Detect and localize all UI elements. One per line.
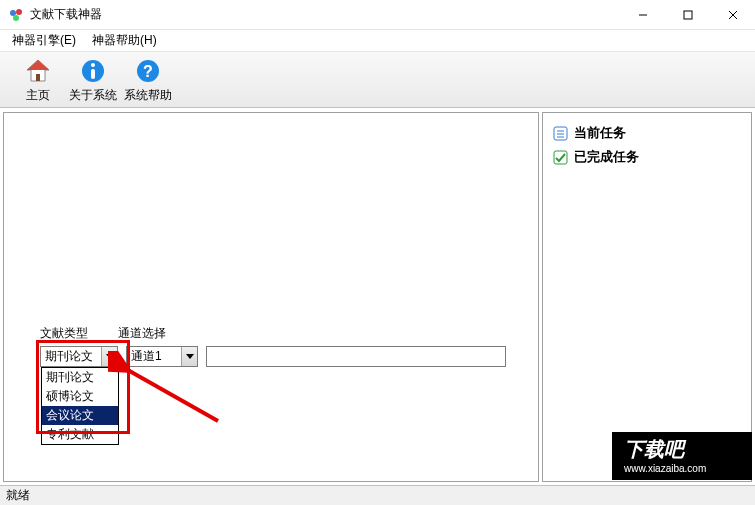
chevron-down-icon [181, 347, 197, 366]
search-input[interactable] [206, 346, 506, 367]
minimize-button[interactable] [620, 0, 665, 30]
type-option[interactable]: 期刊论文 [42, 368, 118, 387]
watermark-line1: 下载吧 [624, 438, 687, 460]
channel-selected: 通道1 [127, 348, 181, 365]
svg-marker-8 [27, 60, 49, 70]
side-pane: 当前任务 已完成任务 [542, 112, 752, 482]
client-area: 文献类型 通道选择 期刊论文 期刊论文 硕博论文 会议论文 专利文献 [0, 108, 755, 485]
info-icon [79, 57, 107, 85]
toolbar: 主页 关于系统 ? 系统帮助 [0, 52, 755, 108]
completed-tasks-label: 已完成任务 [574, 148, 639, 166]
syshelp-button[interactable]: ? 系统帮助 [120, 54, 175, 107]
channel-label: 通道选择 [118, 325, 166, 342]
svg-marker-15 [106, 354, 114, 359]
svg-rect-4 [684, 11, 692, 19]
svg-point-11 [91, 63, 95, 67]
chevron-down-icon [101, 347, 117, 366]
menubar: 神器引擎(E) 神器帮助(H) [0, 30, 755, 52]
list-icon [553, 126, 568, 141]
svg-rect-9 [36, 74, 40, 81]
home-icon [24, 57, 52, 85]
help-icon: ? [134, 57, 162, 85]
form-area: 文献类型 通道选择 期刊论文 期刊论文 硕博论文 会议论文 专利文献 [40, 325, 506, 367]
about-label: 关于系统 [69, 87, 117, 104]
type-selected: 期刊论文 [41, 348, 101, 365]
type-option[interactable]: 会议论文 [42, 406, 118, 425]
type-dropdown: 期刊论文 硕博论文 会议论文 专利文献 [41, 367, 119, 445]
completed-tasks-item[interactable]: 已完成任务 [551, 145, 743, 169]
svg-text:?: ? [143, 63, 153, 80]
watermark-line2: www.xiazaiba.com [623, 463, 706, 474]
channel-combobox[interactable]: 通道1 [126, 346, 198, 367]
type-option[interactable]: 专利文献 [42, 425, 118, 444]
svg-point-2 [13, 15, 19, 21]
titlebar: 文献下载神器 [0, 0, 755, 30]
close-button[interactable] [710, 0, 755, 30]
type-label: 文献类型 [40, 325, 88, 342]
check-icon [553, 150, 568, 165]
svg-rect-12 [91, 69, 95, 79]
current-tasks-label: 当前任务 [574, 124, 626, 142]
watermark: 下载吧 www.xiazaiba.com [612, 432, 752, 483]
status-text: 就绪 [6, 487, 30, 504]
home-button[interactable]: 主页 [10, 54, 65, 107]
about-button[interactable]: 关于系统 [65, 54, 120, 107]
svg-marker-16 [186, 354, 194, 359]
maximize-button[interactable] [665, 0, 710, 30]
home-label: 主页 [26, 87, 50, 104]
svg-point-0 [10, 10, 16, 16]
current-tasks-item[interactable]: 当前任务 [551, 121, 743, 145]
svg-rect-23 [554, 151, 567, 164]
main-pane: 文献类型 通道选择 期刊论文 期刊论文 硕博论文 会议论文 专利文献 [3, 112, 539, 482]
menu-help[interactable]: 神器帮助(H) [84, 30, 165, 51]
type-combobox[interactable]: 期刊论文 期刊论文 硕博论文 会议论文 专利文献 [40, 346, 118, 367]
syshelp-label: 系统帮助 [124, 87, 172, 104]
app-icon [8, 7, 24, 23]
svg-point-1 [16, 9, 22, 15]
svg-line-18 [126, 369, 218, 421]
statusbar: 就绪 [0, 485, 755, 505]
menu-engine[interactable]: 神器引擎(E) [4, 30, 84, 51]
window-controls [620, 0, 755, 29]
window-title: 文献下载神器 [30, 6, 620, 23]
type-option[interactable]: 硕博论文 [42, 387, 118, 406]
